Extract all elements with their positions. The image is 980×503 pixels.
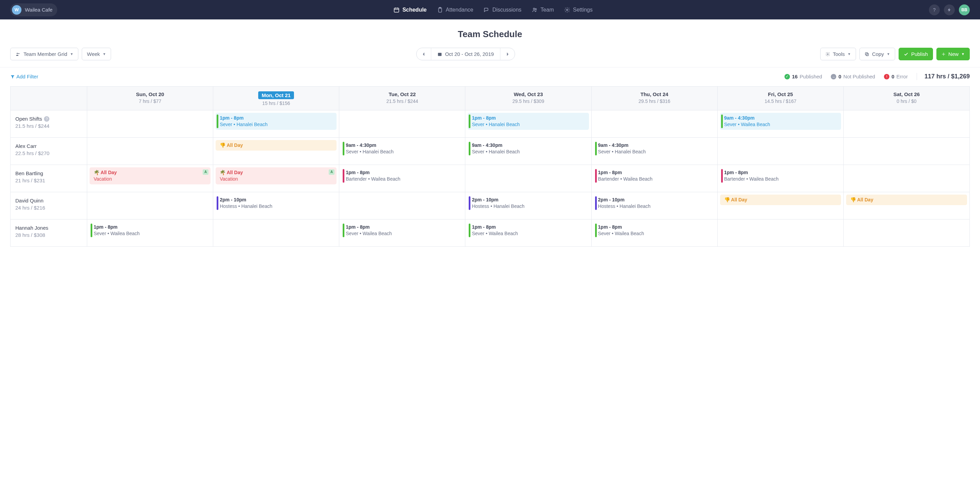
schedule-cell[interactable] <box>87 138 213 165</box>
schedule-cell[interactable] <box>339 110 465 138</box>
shift-card[interactable]: 1pm - 8pmSever • Wailea Beach <box>594 222 715 239</box>
gear-icon <box>825 52 830 57</box>
date-prev-button[interactable] <box>417 48 431 60</box>
schedule-cell[interactable]: 2pm - 10pmHostess • Hanalei Beach <box>213 192 339 220</box>
shift-card[interactable]: 9am - 4:30pmSever • Hanalei Beach <box>468 140 589 157</box>
schedule-cell[interactable]: 👎 All Day <box>213 138 339 165</box>
schedule-cell[interactable]: 9am - 4:30pmSever • Hanalei Beach <box>591 138 718 165</box>
day-sub: 14.5 hrs / $167 <box>720 99 842 104</box>
schedule-cell[interactable] <box>591 110 718 138</box>
publish-label: Publish <box>911 51 928 57</box>
add-filter-button[interactable]: Add Filter <box>10 73 38 80</box>
shift-card[interactable]: 2pm - 10pmHostess • Hanalei Beach <box>216 194 337 212</box>
nav-discussions[interactable]: Discussions <box>484 7 521 13</box>
nav-schedule[interactable]: Schedule <box>393 7 426 13</box>
shift-time: 1pm - 8pm <box>346 169 460 176</box>
shift-card[interactable]: 1pm - 8pmBartender • Wailea Beach <box>720 167 841 185</box>
org-switcher[interactable]: W Wailea Cafe <box>10 3 57 16</box>
day-label: Sun, Oct 20 <box>89 91 211 97</box>
schedule-cell[interactable]: 👎 All Day <box>718 192 843 220</box>
shift-card[interactable]: 👎 All Day <box>846 194 967 205</box>
add-filter-label: Add Filter <box>16 73 38 80</box>
tools-button[interactable]: Tools ▼ <box>820 48 856 60</box>
shift-card[interactable]: 9am - 4:30pmSever • Hanalei Beach <box>594 140 715 157</box>
schedule-cell[interactable]: 🌴 All DayVacationA <box>87 165 213 192</box>
nav-attendance-label: Attendance <box>446 7 474 13</box>
schedule-cell[interactable] <box>213 220 339 247</box>
schedule-cell[interactable]: 2pm - 10pmHostess • Hanalei Beach <box>591 192 718 220</box>
chevron-right-icon <box>506 52 509 57</box>
schedule-cell[interactable]: 1pm - 8pmSever • Wailea Beach <box>87 220 213 247</box>
schedule-cell[interactable]: 1pm - 8pmBartender • Wailea Beach <box>718 165 843 192</box>
help-icon[interactable]: ? <box>929 5 940 15</box>
schedule-cell[interactable]: 👎 All Day <box>843 192 969 220</box>
shift-card[interactable]: 🌴 All DayVacationA <box>216 167 337 185</box>
schedule-cell[interactable]: 2pm - 10pmHostess • Hanalei Beach <box>465 192 591 220</box>
bolt-icon[interactable] <box>944 5 955 15</box>
shift-card[interactable]: 1pm - 8pmSever • Wailea Beach <box>89 222 210 239</box>
shift-card[interactable]: 1pm - 8pmSever • Wailea Beach <box>342 222 463 239</box>
schedule-row: David Quinn24 hrs / $2162pm - 10pmHostes… <box>11 192 970 220</box>
svg-rect-11 <box>438 53 442 56</box>
toolbar: Team Member Grid ▼ Week ▼ Oct 20 - Oct 2… <box>0 48 980 67</box>
copy-button[interactable]: Copy ▼ <box>859 48 895 60</box>
schedule-cell[interactable]: 1pm - 8pmSever • Wailea Beach <box>339 220 465 247</box>
new-button[interactable]: New ▼ <box>936 48 970 60</box>
schedule-cell[interactable] <box>465 165 591 192</box>
schedule-cell[interactable] <box>87 110 213 138</box>
schedule-cell[interactable] <box>339 192 465 220</box>
schedule-cell[interactable]: 1pm - 8pmSever • Wailea Beach <box>465 220 591 247</box>
schedule-cell[interactable]: 🌴 All DayVacationA <box>213 165 339 192</box>
shift-card[interactable]: 👎 All Day <box>216 140 337 151</box>
shift-card[interactable]: 1pm - 8pmSever • Hanalei Beach <box>216 113 337 130</box>
schedule-cell[interactable]: 1pm - 8pmSever • Wailea Beach <box>591 220 718 247</box>
row-sub: 21 hrs / $231 <box>15 178 82 183</box>
schedule-cell[interactable] <box>843 110 969 138</box>
nav-settings-label: Settings <box>573 7 593 13</box>
clipboard-icon <box>437 7 443 13</box>
shift-detail: Vacation <box>94 176 208 182</box>
help-icon[interactable]: ? <box>44 116 49 122</box>
schedule-cell[interactable] <box>718 220 843 247</box>
schedule-cell[interactable] <box>87 192 213 220</box>
view-grid-select[interactable]: Team Member Grid ▼ <box>10 48 78 60</box>
date-next-button[interactable] <box>500 48 515 60</box>
schedule-cell[interactable]: 9am - 4:30pmSever • Hanalei Beach <box>465 138 591 165</box>
schedule-cell[interactable]: 1pm - 8pmSever • Hanalei Beach <box>213 110 339 138</box>
shift-detail: Bartender • Wailea Beach <box>346 176 460 182</box>
publish-button[interactable]: Publish <box>899 48 933 60</box>
shift-detail: Sever • Hanalei Beach <box>472 121 586 128</box>
shift-card[interactable]: 🌴 All DayVacationA <box>89 167 210 185</box>
nav-team[interactable]: Team <box>532 7 554 13</box>
shift-card[interactable]: 1pm - 8pmSever • Hanalei Beach <box>468 113 589 130</box>
schedule-cell[interactable] <box>843 220 969 247</box>
copy-icon <box>864 52 869 57</box>
shift-card[interactable]: 1pm - 8pmBartender • Wailea Beach <box>342 167 463 185</box>
shift-card[interactable]: 👎 All Day <box>720 194 841 205</box>
shift-card[interactable]: 2pm - 10pmHostess • Hanalei Beach <box>468 194 589 212</box>
period-select[interactable]: Week ▼ <box>82 48 111 60</box>
schedule-cell[interactable] <box>843 165 969 192</box>
schedule-cell[interactable] <box>718 138 843 165</box>
schedule-cell[interactable]: 9am - 4:30pmSever • Wailea Beach <box>718 110 843 138</box>
shift-card[interactable]: 9am - 4:30pmSever • Wailea Beach <box>720 113 841 130</box>
shift-card[interactable]: 1pm - 8pmSever • Wailea Beach <box>468 222 589 239</box>
schedule-cell[interactable]: 9am - 4:30pmSever • Hanalei Beach <box>339 138 465 165</box>
shift-detail: Sever • Wailea Beach <box>94 230 208 237</box>
schedule-cell[interactable]: 1pm - 8pmBartender • Wailea Beach <box>339 165 465 192</box>
nav-attendance[interactable]: Attendance <box>437 7 474 13</box>
shift-card[interactable]: 2pm - 10pmHostess • Hanalei Beach <box>594 194 715 212</box>
shift-color-bar <box>595 169 597 183</box>
shift-card[interactable]: 9am - 4:30pmSever • Hanalei Beach <box>342 140 463 157</box>
schedule-cell[interactable]: 1pm - 8pmBartender • Wailea Beach <box>591 165 718 192</box>
date-range-button[interactable]: Oct 20 - Oct 26, 2019 <box>431 48 500 60</box>
schedule-cell[interactable] <box>843 138 969 165</box>
user-avatar[interactable]: BB <box>959 5 970 15</box>
shift-color-bar <box>343 142 344 155</box>
nav-settings[interactable]: Settings <box>564 7 593 13</box>
palm-icon: 🌴 <box>94 170 99 175</box>
approval-badge: A <box>329 169 334 175</box>
schedule-cell[interactable]: 1pm - 8pmSever • Hanalei Beach <box>465 110 591 138</box>
shift-card[interactable]: 1pm - 8pmBartender • Wailea Beach <box>594 167 715 185</box>
day-label: Tue, Oct 22 <box>341 91 463 97</box>
